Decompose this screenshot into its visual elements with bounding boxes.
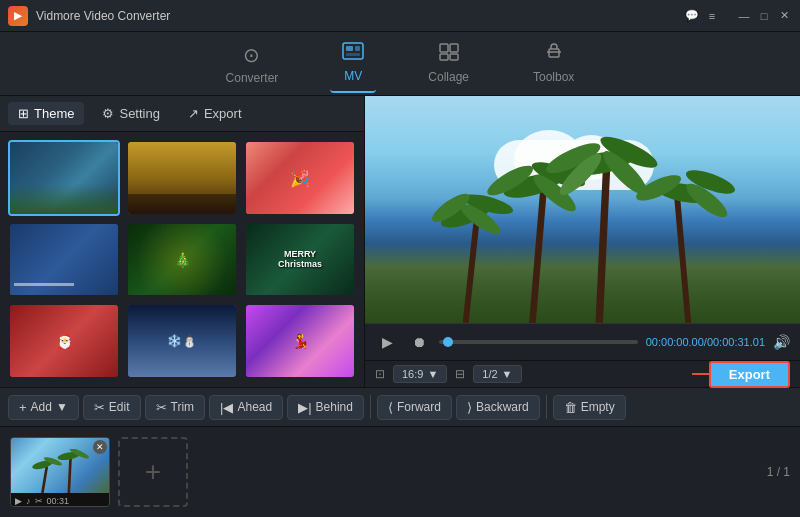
- theme-label-santa: Santa Claus: [10, 377, 118, 379]
- theme-grid-icon: ⊞: [18, 106, 29, 121]
- nav-converter-label: Converter: [226, 71, 279, 85]
- theme-item-current[interactable]: ✓ Chic Current: [8, 140, 120, 216]
- toolbar-divider: [370, 395, 371, 419]
- resize-icon: ⊡: [375, 367, 385, 381]
- empty-icon: 🗑: [564, 400, 577, 415]
- theme-grid: ✓ Chic Current Neat 🎉: [0, 132, 364, 387]
- timeline-duration: 00:31: [47, 496, 70, 506]
- edit-icon: ✂: [94, 400, 105, 415]
- theme-thumb-merry: MERRYChristmas: [246, 224, 354, 296]
- quality-select[interactable]: 1/2 ▼: [473, 365, 521, 383]
- svg-rect-1: [346, 46, 353, 51]
- forward-icon: ⟨: [388, 400, 393, 415]
- empty-button[interactable]: 🗑 Empty: [553, 395, 626, 420]
- nav-collage[interactable]: Collage: [416, 35, 481, 92]
- bottom-toolbar: + Add ▼ ✂ Edit ✂ Trim |◀ Ahead ▶| Behind…: [0, 387, 800, 427]
- separator: [724, 8, 732, 24]
- right-panel: ▶ ⏺ 00:00:00.00/00:00:31.01 🔊 ⊡ 16:9 ▼ ⊟…: [365, 96, 800, 387]
- theme-item-neat[interactable]: Neat: [126, 140, 238, 216]
- backward-button[interactable]: ⟩ Backward: [456, 395, 540, 420]
- forward-label: Forward: [397, 400, 441, 414]
- play-btn[interactable]: ▶: [375, 330, 399, 354]
- ahead-button[interactable]: |◀ Ahead: [209, 395, 283, 420]
- left-panel: ⊞ Theme ⚙ Setting ↗ Export ✓ Chic: [0, 96, 365, 387]
- menu-btn[interactable]: ≡: [704, 8, 720, 24]
- stop-btn[interactable]: ⏺: [407, 330, 431, 354]
- page-count: 1 / 1: [767, 465, 790, 479]
- nav-toolbox-label: Toolbox: [533, 70, 574, 84]
- add-label: Add: [31, 400, 52, 414]
- theme-item-snowy[interactable]: ❄️⛄ Snowy Night: [126, 303, 238, 379]
- theme-thumb-current: ✓: [10, 142, 118, 214]
- theme-label-christmas: Christmas Eve: [128, 296, 236, 298]
- svg-rect-2: [355, 46, 360, 51]
- theme-item-santa[interactable]: 🎅 Santa Claus: [8, 303, 120, 379]
- timeline-add-btn[interactable]: +: [118, 437, 188, 507]
- theme-thumb-christmas: 🎄: [128, 224, 236, 296]
- video-controls-2: ⊡ 16:9 ▼ ⊟ 1/2 ▼ Export: [365, 360, 800, 387]
- title-bar: ▶ Vidmore Video Converter 💬 ≡ — □ ✕: [0, 0, 800, 32]
- theme-label-happy: Happy: [246, 214, 354, 216]
- export-arrow-icon: ↗: [188, 106, 199, 121]
- forward-button[interactable]: ⟨ Forward: [377, 395, 452, 420]
- timeline-item[interactable]: ✕ ▶ ♪ ✂ 00:31: [10, 437, 110, 507]
- svg-rect-4: [440, 44, 448, 52]
- ahead-icon: |◀: [220, 400, 233, 415]
- theme-item-happy[interactable]: 🎉 Happy: [244, 140, 356, 216]
- add-dropdown-icon: ▼: [56, 400, 68, 414]
- svg-rect-8: [549, 49, 559, 57]
- theme-label-merry: Merry Christmas: [246, 296, 354, 298]
- maximize-btn[interactable]: □: [756, 8, 772, 24]
- svg-line-26: [677, 197, 688, 323]
- progress-bar[interactable]: [439, 340, 638, 344]
- quality-value: 1/2: [482, 368, 497, 380]
- theme-thumb-santa: 🎅: [10, 305, 118, 377]
- volume-icon[interactable]: 🔊: [773, 334, 790, 350]
- svg-line-34: [69, 458, 71, 493]
- behind-label: Behind: [316, 400, 353, 414]
- theme-item-merry[interactable]: MERRYChristmas Merry Christmas: [244, 222, 356, 298]
- svg-rect-6: [440, 54, 448, 60]
- theme-thumb-simple: [10, 224, 118, 296]
- timeline: ✕ ▶ ♪ ✂ 00:31 + 1 / 1: [0, 427, 800, 517]
- trim-button[interactable]: ✂ Trim: [145, 395, 206, 420]
- edit-button[interactable]: ✂ Edit: [83, 395, 141, 420]
- theme-item-simple[interactable]: Simple: [8, 222, 120, 298]
- theme-thumb-snowy: ❄️⛄: [128, 305, 236, 377]
- merry-text: MERRYChristmas: [278, 249, 322, 271]
- minimize-btn[interactable]: —: [736, 8, 752, 24]
- ratio-select[interactable]: 16:9 ▼: [393, 365, 447, 383]
- ahead-label: Ahead: [237, 400, 272, 414]
- svg-line-15: [532, 189, 543, 323]
- timeline-close-btn[interactable]: ✕: [93, 440, 107, 454]
- tab-theme-label: Theme: [34, 106, 74, 121]
- add-icon: +: [19, 400, 27, 415]
- toolbox-icon: [544, 43, 564, 66]
- theme-thumb-neat: [128, 142, 236, 214]
- timeline-info: ▶ ♪ ✂ 00:31: [11, 493, 109, 507]
- behind-button[interactable]: ▶| Behind: [287, 395, 364, 420]
- svg-line-10: [466, 219, 477, 323]
- close-btn[interactable]: ✕: [776, 8, 792, 24]
- add-button[interactable]: + Add ▼: [8, 395, 79, 420]
- tab-export[interactable]: ↗ Export: [178, 102, 252, 125]
- export-button[interactable]: Export: [709, 361, 790, 388]
- theme-thumb-happy: 🎉: [246, 142, 354, 214]
- tab-theme[interactable]: ⊞ Theme: [8, 102, 84, 125]
- nav-mv[interactable]: MV: [330, 34, 376, 93]
- clip-icon: ✂: [35, 496, 43, 506]
- audio-icon: ♪: [26, 496, 31, 506]
- chat-btn[interactable]: 💬: [684, 8, 700, 24]
- theme-item-christmas[interactable]: 🎄 Christmas Eve: [126, 222, 238, 298]
- window-controls: 💬 ≡ — □ ✕: [684, 8, 792, 24]
- nav-collage-label: Collage: [428, 70, 469, 84]
- progress-dot: [443, 337, 453, 347]
- nav-toolbox[interactable]: Toolbox: [521, 35, 586, 92]
- theme-label-chic: Chic: [10, 214, 118, 216]
- time-display: 00:00:00.00/00:00:31.01: [646, 336, 765, 348]
- nav-converter[interactable]: ⊙ Converter: [214, 35, 291, 93]
- edit-label: Edit: [109, 400, 130, 414]
- svg-rect-5: [450, 44, 458, 52]
- tab-setting[interactable]: ⚙ Setting: [92, 102, 169, 125]
- theme-item-stripes[interactable]: 💃 Stripes & Waves: [244, 303, 356, 379]
